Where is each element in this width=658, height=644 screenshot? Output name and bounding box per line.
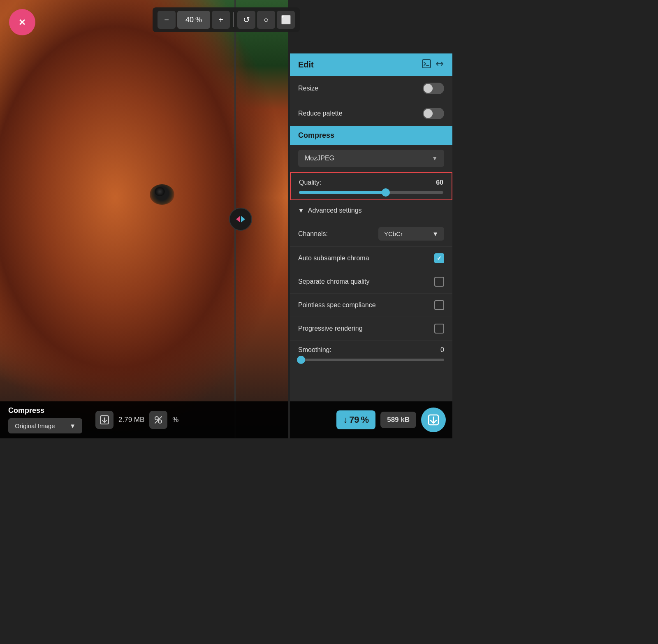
zoom-display: 40 % [177, 11, 210, 29]
bottom-compress-label: Compress [8, 406, 82, 415]
quality-slider-thumb[interactable] [382, 188, 390, 197]
zoom-out-button[interactable]: − [158, 11, 176, 29]
advanced-settings-header[interactable]: ▼ Advanced settings [290, 200, 452, 221]
codec-dropdown-row: MozJPEG ▼ [290, 145, 452, 172]
circle-icon: ○ [264, 15, 269, 25]
separate-chroma-label: Separate chroma quality [298, 278, 369, 285]
close-icon: × [19, 16, 25, 28]
close-button[interactable]: × [9, 9, 35, 35]
svg-point-2 [155, 417, 158, 420]
bottom-bar-left: Compress Original Image ▼ 2.79 MB % [0, 401, 288, 438]
edit-title: Edit [298, 60, 314, 69]
bottom-dropdown-chevron-icon: ▼ [70, 422, 76, 429]
progressive-rendering-checkbox[interactable] [434, 324, 444, 334]
reduction-arrow-icon: ↓ [343, 415, 348, 425]
quality-slider-fill [299, 191, 386, 194]
quality-label: Quality: [299, 179, 321, 186]
reduce-palette-toggle-knob [424, 109, 433, 118]
frame-button[interactable]: ⬜ [277, 11, 295, 29]
smoothing-header: Smoothing: 0 [298, 346, 444, 354]
edit-header: Edit [290, 53, 452, 76]
circle-button[interactable]: ○ [257, 11, 275, 29]
auto-subsample-checkbox[interactable] [434, 253, 444, 263]
top-toolbar: − 40 % + ↺ ○ ⬜ [153, 7, 300, 32]
rotate-button[interactable]: ↺ [237, 11, 255, 29]
quality-slider-track[interactable] [299, 191, 443, 194]
resize-toggle-knob [424, 84, 433, 93]
quality-header: Quality: 60 [299, 179, 443, 186]
bottom-percentage: % [172, 416, 178, 424]
reduce-palette-row: Reduce palette [290, 101, 452, 126]
advanced-settings-label: Advanced settings [308, 207, 362, 214]
compress-section-header: Compress [290, 126, 452, 145]
bottom-file-size: 2.79 MB [118, 416, 144, 424]
zoom-unit: % [195, 16, 202, 24]
svg-point-3 [158, 420, 162, 423]
resize-row: Resize [290, 76, 452, 101]
progressive-rendering-row: Progressive rendering [290, 317, 452, 341]
frame-icon: ⬜ [281, 15, 291, 25]
quality-value: 60 [436, 179, 443, 186]
codec-chevron-icon: ▼ [432, 155, 438, 162]
auto-subsample-row: Auto subsample chroma [290, 247, 452, 270]
plus-icon: + [218, 15, 223, 25]
split-handle-button[interactable] [229, 208, 252, 231]
bottom-image-option: Original Image [15, 422, 55, 429]
reduction-percent-unit: % [361, 415, 369, 425]
codec-dropdown[interactable]: MozJPEG ▼ [298, 150, 444, 167]
pointless-spec-label: Pointless spec compliance [298, 301, 376, 309]
channels-chevron-icon: ▼ [432, 230, 438, 237]
panda-eye-detail [150, 184, 174, 205]
edit-header-icons [422, 59, 444, 70]
reduction-badge: ↓ 79 % [336, 410, 375, 429]
rotate-icon: ↺ [243, 15, 250, 25]
progressive-rendering-label: Progressive rendering [298, 325, 363, 332]
minus-icon: − [164, 15, 169, 25]
right-panel: Edit Resize Reduce palette [290, 53, 452, 438]
bottom-stats: 2.79 MB % [95, 411, 178, 429]
smoothing-value: 0 [440, 346, 444, 354]
arrows-icon-button[interactable] [435, 59, 444, 70]
pointless-spec-checkbox[interactable] [434, 300, 444, 310]
output-file-size-badge: 589 kB [380, 412, 416, 428]
channels-label: Channels: [298, 230, 328, 238]
quality-row: Quality: 60 [290, 172, 452, 200]
arrow-right-icon [241, 216, 245, 222]
arrow-left-icon [236, 216, 240, 222]
split-arrows [236, 216, 245, 222]
smoothing-slider-track[interactable] [298, 359, 444, 361]
separate-chroma-checkbox[interactable] [434, 277, 444, 287]
bottom-left-content: Compress Original Image ▼ [8, 406, 82, 433]
svg-rect-0 [422, 60, 431, 68]
codec-value: MozJPEG [305, 155, 334, 162]
bottom-percentage-icon[interactable] [149, 411, 167, 429]
auto-subsample-label: Auto subsample chroma [298, 255, 369, 262]
toolbar-divider [233, 12, 234, 27]
terminal-icon-button[interactable] [422, 59, 431, 70]
channels-dropdown[interactable]: YCbCr ▼ [378, 227, 444, 241]
output-file-size: 589 kB [387, 416, 410, 424]
compress-section-title: Compress [298, 131, 334, 139]
zoom-value: 40 [185, 16, 194, 24]
advanced-chevron-icon: ▼ [298, 207, 304, 214]
separate-chroma-row: Separate chroma quality [290, 270, 452, 294]
reduce-palette-label: Reduce palette [298, 110, 343, 117]
smoothing-row: Smoothing: 0 [290, 341, 452, 367]
pointless-spec-row: Pointless spec compliance [290, 294, 452, 317]
save-download-button[interactable] [421, 408, 446, 432]
zoom-in-button[interactable]: + [212, 11, 230, 29]
bottom-save-icon-button[interactable] [95, 411, 114, 429]
smoothing-slider-thumb[interactable] [297, 356, 305, 364]
bottom-image-dropdown[interactable]: Original Image ▼ [8, 418, 82, 433]
channels-row: Channels: YCbCr ▼ [290, 221, 452, 247]
smoothing-label: Smoothing: [298, 346, 331, 354]
resize-label: Resize [298, 85, 318, 92]
reduction-percent-value: 79 [349, 415, 359, 425]
bottom-bar-right: ↓ 79 % 589 kB [290, 401, 452, 438]
channels-value: YCbCr [384, 230, 403, 237]
resize-toggle[interactable] [423, 83, 444, 94]
reduce-palette-toggle[interactable] [423, 108, 444, 119]
